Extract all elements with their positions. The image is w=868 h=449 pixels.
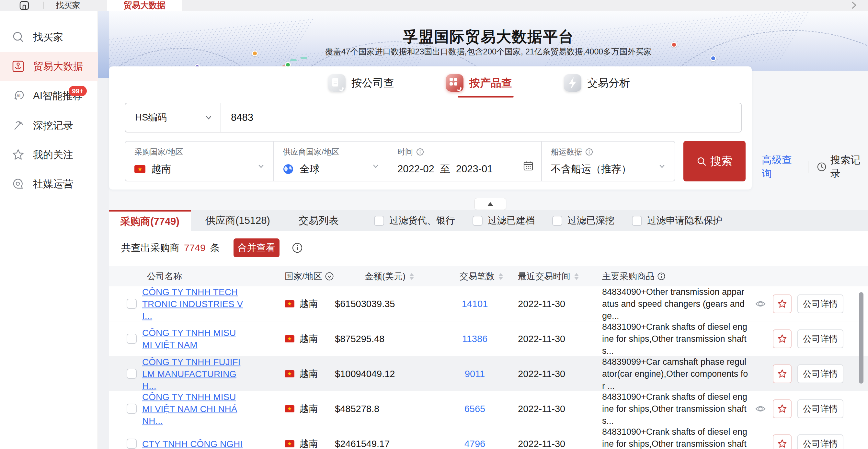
sidebar-item-find-buyers[interactable]: 找买家: [0, 23, 98, 52]
star-icon: [777, 299, 787, 309]
links-divider: [808, 161, 808, 173]
company-detail-button[interactable]: 公司详情: [797, 295, 843, 313]
platform-subtitle: 覆盖47个国家进口数据和23国出口数据,包含200个国家, 21亿条贸易数据,4…: [109, 46, 868, 57]
company-detail-button[interactable]: 公司详情: [797, 399, 843, 418]
column-last-date-sort[interactable]: 最近交易时间: [518, 266, 579, 287]
info-icon[interactable]: [416, 148, 424, 156]
company-link[interactable]: CÔNG TY TNHH FUJIFILM MANUFACTURING H...: [142, 356, 243, 392]
page-scrollbar-track[interactable]: [98, 11, 109, 449]
company-link[interactable]: CÔNG TY TNHH TECHTRONIC INDUSTRIES VI...: [142, 287, 243, 322]
search-history-link[interactable]: 搜索记录: [817, 153, 868, 180]
tab-transaction-list[interactable]: 交易列表: [285, 210, 353, 231]
top-tab-find-buyers[interactable]: 找买家: [49, 0, 88, 11]
search-button-label: 搜索: [710, 154, 732, 169]
info-icon[interactable]: [585, 148, 593, 156]
column-amount-sort[interactable]: 金额(美元): [365, 266, 414, 287]
vietnam-flag-icon: ★: [285, 335, 294, 342]
row-checkbox[interactable]: [127, 439, 137, 449]
last-date-cell: 2022-11-30: [518, 333, 565, 344]
sidebar-item-ai-recommend[interactable]: AI AI智能推荐 99+: [0, 81, 98, 111]
column-country: 国家/地区: [285, 266, 334, 287]
checkbox[interactable]: [632, 216, 642, 226]
company-link[interactable]: CTY TNHH CÔNG NGHI: [142, 438, 243, 449]
merge-view-button[interactable]: 合并查看: [234, 238, 280, 257]
tab-scroll-right-button[interactable]: [848, 0, 860, 10]
company-link[interactable]: CÔNG TY TNHH MISUMI VIỆT NAM CHI NHÁNH..…: [142, 391, 243, 427]
row-checkbox[interactable]: [127, 299, 137, 309]
info-icon[interactable]: [292, 242, 303, 253]
info-icon[interactable]: [657, 272, 665, 280]
page-scrollbar-thumb[interactable]: [98, 11, 109, 78]
sidebar-item-social-media[interactable]: 社媒运营: [0, 170, 98, 199]
summary-suffix: 条: [210, 241, 220, 255]
advanced-query-link[interactable]: 高级查询: [762, 153, 800, 180]
sidebar-item-label: 我的关注: [33, 148, 73, 162]
tab-search-by-product[interactable]: 按产品查: [446, 74, 512, 92]
search-panel: 按公司查 按产品查 交易分析 HS编码: [109, 66, 752, 189]
top-tab-trade-data[interactable]: 贸易大数据: [107, 0, 182, 11]
favorite-star-button[interactable]: [773, 295, 792, 313]
chevron-right-icon: [850, 1, 857, 10]
chevron-down-icon: [205, 114, 212, 121]
company-detail-button[interactable]: 公司详情: [797, 435, 843, 449]
home-button[interactable]: [18, 1, 31, 10]
country-filter-icon[interactable]: [325, 272, 334, 281]
vietnam-flag-icon: ★: [285, 300, 294, 307]
favorite-star-button[interactable]: [773, 329, 792, 348]
transaction-count-link[interactable]: 6565: [446, 403, 504, 414]
buyer-country-select[interactable]: 采购国家/地区 ★ 越南: [125, 142, 274, 181]
shipping-data-select[interactable]: 船运数据 不含船运（推荐）: [542, 142, 674, 181]
country-cell: ★越南: [285, 368, 318, 380]
filter-value: 不含船运（推荐）: [551, 162, 631, 176]
transaction-count-link[interactable]: 11386: [446, 333, 504, 344]
company-detail-button[interactable]: 公司详情: [797, 364, 843, 383]
favorite-star-button[interactable]: [773, 435, 792, 449]
tab-suppliers[interactable]: 供应商(15128): [191, 210, 285, 231]
checkbox[interactable]: [552, 216, 562, 226]
app-window: 找买家 贸易大数据 找买家 贸易大数据 AI AI智能推荐 99+ 深挖记录 我…: [0, 0, 868, 449]
transaction-count-link[interactable]: 9011: [446, 368, 504, 379]
country-label: 越南: [300, 333, 318, 345]
transaction-count-link[interactable]: 14101: [446, 298, 504, 309]
products-cell: 84831090+Crank shafts of diesel engine f…: [602, 321, 748, 357]
results-scrollbar-thumb[interactable]: [859, 292, 864, 384]
supplier-country-select[interactable]: 供应商国家/地区 全球: [274, 142, 388, 181]
table-row: CÔNG TY TNHH MISUMI VIỆT NAM ★越南 $875295…: [109, 321, 868, 356]
row-checkbox[interactable]: [127, 369, 137, 379]
sidebar-item-dig-records[interactable]: 深挖记录: [0, 111, 98, 140]
transaction-count-link[interactable]: 4796: [446, 438, 504, 449]
sidebar-item-trade-data[interactable]: 贸易大数据: [0, 52, 98, 81]
column-products: 主要采购商品: [602, 266, 665, 287]
filter-forwarders-banks[interactable]: 过滤货代、银行: [374, 214, 455, 227]
row-checkbox[interactable]: [127, 334, 137, 344]
filter-deep-dug[interactable]: 过滤已深挖: [552, 214, 614, 227]
tab-buyers[interactable]: 采购商(7749): [109, 210, 191, 231]
column-company: 公司名称: [147, 266, 182, 287]
company-detail-button[interactable]: 公司详情: [797, 329, 843, 348]
sidebar-item-my-follows[interactable]: 我的关注: [0, 140, 98, 170]
product-search-icon: [446, 74, 463, 92]
date-to-word: 至: [440, 162, 450, 176]
hs-code-input[interactable]: [221, 103, 741, 132]
calendar-icon: [523, 161, 533, 171]
row-checkbox[interactable]: [127, 403, 137, 414]
tab-search-by-company[interactable]: 按公司查: [328, 74, 394, 92]
company-link[interactable]: CÔNG TY TNHH MISUMI VIỆT NAM: [142, 327, 243, 351]
column-transactions-sort[interactable]: 交易笔数: [460, 266, 503, 287]
favorite-star-button[interactable]: [773, 399, 792, 418]
last-date-cell: 2022-11-30: [518, 298, 565, 309]
checkbox[interactable]: [472, 216, 483, 226]
checkbox[interactable]: [374, 216, 384, 226]
collapse-search-panel-button[interactable]: [474, 198, 506, 210]
filter-archived[interactable]: 过滤已建档: [472, 214, 535, 227]
chevron-down-icon: [658, 162, 665, 170]
hero-banner: 孚盟国际贸易大数据平台 覆盖47个国家进口数据和23国出口数据,包含200个国家…: [109, 11, 868, 71]
tab-transaction-analysis[interactable]: 交易分析: [564, 74, 630, 92]
table-row: CÔNG TY TNHH MISUMI VIỆT NAM CHI NHÁNH..…: [109, 391, 868, 426]
search-button[interactable]: 搜索: [683, 141, 746, 181]
search-type-select[interactable]: HS编码: [125, 103, 221, 132]
date-range-picker[interactable]: 时间 2022-02 至 2023-01: [388, 142, 542, 181]
favorite-star-button[interactable]: [773, 364, 792, 383]
filter-privacy-protected[interactable]: 过滤申请隐私保护: [632, 214, 722, 227]
country-label: 越南: [300, 368, 318, 380]
